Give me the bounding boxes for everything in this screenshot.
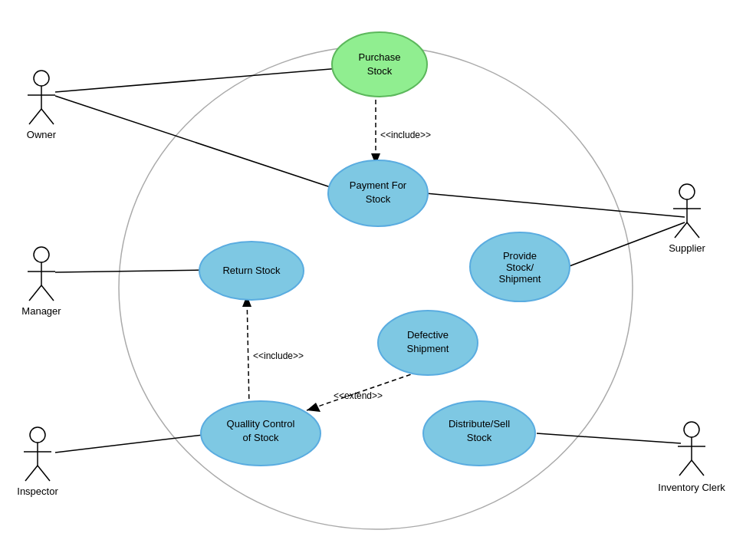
actor-manager-label: Manager xyxy=(21,305,61,317)
actor-owner: Owner xyxy=(27,71,57,140)
svg-point-0 xyxy=(34,71,49,86)
actor-manager: Manager xyxy=(21,247,61,317)
include-label-2: <<include>> xyxy=(253,351,304,361)
svg-line-18 xyxy=(675,222,687,238)
svg-line-24 xyxy=(692,460,704,476)
use-case-provide-stock-label3: Shipment xyxy=(499,273,541,285)
svg-line-4 xyxy=(41,109,54,124)
extend-defective-quality-arrow xyxy=(307,403,320,412)
use-case-payment-stock-label2: Stock xyxy=(366,193,391,205)
actor-supplier: Supplier xyxy=(669,184,705,254)
actor-inventory-clerk: Inventory Clerk xyxy=(658,422,725,493)
svg-line-8 xyxy=(29,285,41,301)
owner-purchase-line xyxy=(55,67,349,92)
use-case-purchase-stock-label: Purchase xyxy=(359,51,401,63)
extend-label: <<extend>> xyxy=(334,390,383,401)
svg-point-10 xyxy=(30,427,45,443)
svg-line-3 xyxy=(29,109,41,124)
use-case-payment-stock-label: Payment For xyxy=(350,179,407,191)
diagram-container: <<include>> <<include>> <<extend>> Owner xyxy=(0,0,756,553)
svg-line-14 xyxy=(38,466,50,481)
use-case-provide-stock-label1: Provide xyxy=(503,250,537,262)
use-case-return-stock-label: Return Stock xyxy=(222,265,281,276)
svg-point-20 xyxy=(684,422,699,437)
use-case-defective-shipment-label1: Defective xyxy=(407,329,449,341)
use-case-purchase-stock[interactable] xyxy=(332,32,427,97)
use-case-purchase-stock-label2: Stock xyxy=(367,65,393,77)
svg-line-23 xyxy=(679,460,692,476)
svg-point-15 xyxy=(679,184,695,199)
include-label-1: <<include>> xyxy=(380,130,431,140)
use-case-provide-stock-label2: Stock/ xyxy=(506,262,534,273)
owner-payment-line xyxy=(55,96,337,189)
svg-line-9 xyxy=(41,285,54,301)
use-case-quality-control-label2: of Stock xyxy=(243,432,279,443)
svg-line-19 xyxy=(687,222,699,238)
use-case-defective-shipment-label2: Shipment xyxy=(407,343,449,354)
payment-supplier-line xyxy=(426,193,685,217)
use-case-distribute-sell-label2: Stock xyxy=(467,432,492,443)
actor-inventory-clerk-label: Inventory Clerk xyxy=(658,482,725,493)
svg-point-5 xyxy=(34,247,49,262)
svg-line-13 xyxy=(25,466,38,481)
use-case-distribute-sell-label1: Distribute/Sell xyxy=(449,418,510,430)
use-case-quality-control-label1: Quallity Control xyxy=(227,418,295,430)
inventory-distribute-line xyxy=(537,433,681,443)
manager-return-line xyxy=(55,270,203,272)
actor-inspector: Inspector xyxy=(17,427,58,497)
actor-owner-label: Owner xyxy=(27,129,57,140)
include-quality-return-line xyxy=(247,295,249,407)
provide-supplier-line xyxy=(567,222,685,267)
inspector-quality-line xyxy=(55,435,203,453)
actor-supplier-label: Supplier xyxy=(669,242,705,254)
actor-inspector-label: Inspector xyxy=(17,486,58,497)
